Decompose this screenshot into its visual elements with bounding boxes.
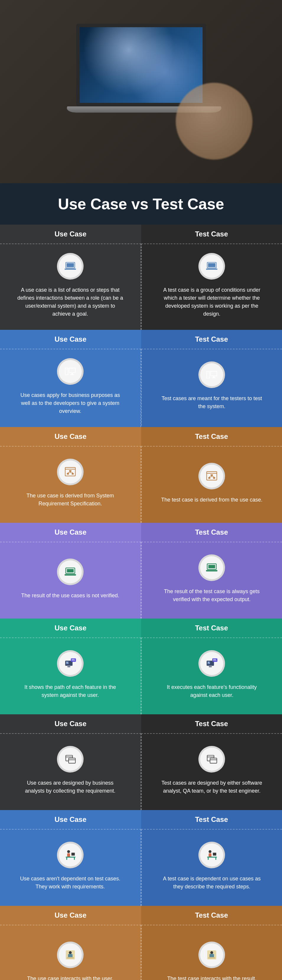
use-case-text: Use cases apply for business purposes as… — [17, 391, 124, 415]
svg-rect-71 — [209, 957, 215, 958]
svg-point-34 — [67, 662, 67, 662]
hero-photo — [0, 0, 282, 183]
desktop-bubble-icon — [57, 650, 84, 677]
svg-rect-64 — [208, 858, 209, 860]
svg-rect-56 — [71, 853, 75, 856]
svg-rect-27 — [67, 569, 73, 573]
person-top-icon — [198, 942, 225, 968]
svg-rect-25 — [213, 477, 215, 479]
svg-rect-58 — [66, 858, 67, 860]
use-case-header: Use Case — [0, 427, 141, 446]
svg-point-7 — [66, 369, 67, 370]
comparison-row: Use Case The use case is derived from Sy… — [0, 427, 282, 523]
svg-rect-6 — [65, 368, 68, 375]
window-tree-icon — [198, 463, 225, 489]
svg-rect-31 — [206, 570, 217, 571]
test-case-header: Test Case — [141, 330, 282, 349]
test-case-text: Test cases are meant for the testers to … — [158, 395, 265, 410]
use-case-text: Use cases are designed by business analy… — [17, 779, 124, 795]
use-case-header: Use Case — [0, 906, 141, 925]
use-case-text: The result of the use cases is not verif… — [21, 592, 119, 600]
test-case-header: Test Case — [141, 523, 282, 542]
svg-rect-37 — [72, 659, 75, 660]
svg-rect-61 — [209, 853, 212, 857]
svg-rect-14 — [213, 377, 215, 378]
test-case-header: Test Case — [141, 906, 282, 925]
hero-hand-illustration — [176, 83, 252, 159]
svg-point-67 — [69, 951, 72, 954]
svg-rect-13 — [211, 371, 217, 376]
svg-rect-44 — [213, 659, 216, 660]
laptop-icon — [198, 253, 225, 280]
page-title: Use Case vs Test Case — [0, 183, 282, 224]
comparison-row: Use Case A use case is a list of actions… — [0, 224, 282, 330]
comparison-row: Use Case Use cases are designed by busin… — [0, 714, 282, 810]
svg-rect-68 — [67, 957, 73, 958]
comparison-row: Use Case The result of the use cases is … — [0, 523, 282, 619]
test-case-header: Test Case — [141, 427, 282, 446]
comparison-row: Use Case It shows the path of each featu… — [0, 619, 282, 714]
svg-point-60 — [209, 850, 212, 853]
window-tree-icon — [57, 459, 84, 485]
svg-rect-18 — [69, 470, 71, 472]
use-case-header: Use Case — [0, 523, 141, 542]
use-case-text: The use case is derived from System Requ… — [17, 492, 124, 508]
test-case-header: Test Case — [141, 619, 282, 638]
test-case-text: Test cases are designed by either softwa… — [158, 779, 265, 795]
use-case-text: The use case interacts with the user. — [27, 975, 113, 980]
test-case-text: The test case is derived from the use ca… — [161, 496, 263, 504]
test-case-text: It executes each feature's functionality… — [158, 683, 265, 699]
window-stack-icon — [57, 746, 84, 773]
svg-rect-45 — [213, 660, 217, 660]
svg-rect-62 — [213, 853, 217, 856]
svg-point-54 — [67, 850, 70, 853]
test-case-text: A test case is a group of conditions und… — [158, 286, 265, 318]
monitor-tower-icon — [57, 358, 84, 385]
svg-rect-63 — [207, 857, 217, 858]
use-case-text: It shows the path of each feature in the… — [17, 683, 124, 699]
svg-rect-20 — [72, 473, 74, 475]
person-desk-icon — [198, 842, 225, 868]
svg-point-70 — [210, 951, 213, 954]
comparison-row: Use Case The use case interacts with the… — [0, 906, 282, 980]
svg-rect-9 — [71, 373, 73, 374]
svg-rect-55 — [67, 853, 70, 857]
person-desk-icon — [57, 842, 84, 868]
laptop-green-icon — [57, 558, 84, 585]
test-case-text: The result of the test case is always ge… — [158, 587, 265, 603]
svg-rect-24 — [209, 477, 211, 479]
svg-rect-8 — [69, 368, 75, 373]
use-case-header: Use Case — [0, 714, 141, 733]
svg-rect-35 — [67, 667, 70, 667]
use-case-header: Use Case — [0, 224, 141, 243]
monitor-tower-icon — [198, 361, 225, 388]
test-case-header: Test Case — [141, 224, 282, 243]
svg-point-41 — [208, 662, 209, 662]
test-case-header: Test Case — [141, 714, 282, 733]
window-stack-icon — [198, 746, 225, 773]
laptop-green-icon — [198, 554, 225, 581]
use-case-header: Use Case — [0, 619, 141, 638]
svg-rect-15 — [212, 378, 215, 378]
svg-rect-23 — [211, 474, 213, 476]
svg-rect-38 — [72, 660, 75, 660]
svg-rect-57 — [65, 857, 75, 858]
svg-rect-42 — [209, 667, 212, 667]
use-case-header: Use Case — [0, 330, 141, 349]
svg-rect-33 — [66, 662, 68, 664]
use-case-header: Use Case — [0, 810, 141, 829]
desktop-bubble-icon — [198, 650, 225, 677]
test-case-text: A test case is dependent on use cases as… — [158, 875, 265, 891]
svg-rect-28 — [65, 574, 76, 576]
svg-rect-59 — [74, 858, 75, 860]
svg-rect-2 — [65, 269, 76, 270]
svg-rect-40 — [208, 662, 210, 664]
svg-rect-48 — [68, 758, 75, 763]
svg-rect-5 — [206, 269, 217, 270]
svg-rect-30 — [209, 565, 215, 568]
comparison-row: Use Case Use cases apply for business pu… — [0, 330, 282, 427]
svg-rect-65 — [215, 858, 217, 860]
svg-rect-52 — [210, 758, 217, 763]
test-case-header: Test Case — [141, 810, 282, 829]
svg-rect-11 — [207, 371, 210, 378]
